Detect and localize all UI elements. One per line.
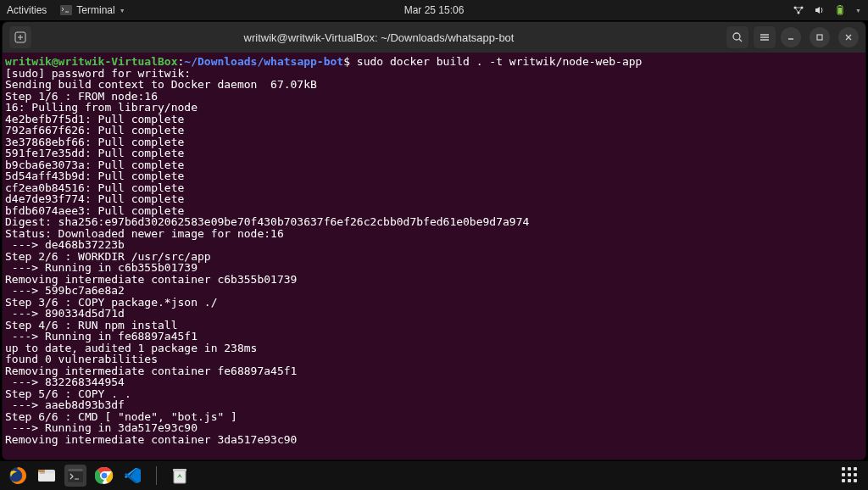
terminal-output-line: cf2ea0b84516: Pull complete (5, 182, 863, 194)
plus-box-icon (14, 31, 26, 43)
terminal-output-line: Status: Downloaded newer image for node:… (5, 228, 863, 240)
dock-terminal[interactable] (64, 465, 86, 487)
chevron-down-icon: ▼ (120, 8, 125, 14)
terminal-output-line: ---> Running in 3da517e93c90 (5, 422, 863, 434)
dock-vscode[interactable] (122, 465, 144, 487)
trash-icon (171, 466, 188, 485)
dock-separator (156, 466, 157, 485)
close-icon (844, 33, 853, 42)
app-menu[interactable]: Terminal ▼ (60, 4, 125, 16)
firefox-icon (8, 466, 27, 485)
svg-rect-20 (174, 471, 186, 483)
apps-grid-icon (842, 467, 859, 484)
chevron-down-icon[interactable]: ▼ (855, 8, 861, 14)
activities-label: Activities (7, 4, 47, 16)
terminal-output-line: Sending build context to Docker daemon 6… (5, 79, 863, 91)
network-icon[interactable] (793, 5, 804, 15)
terminal-body[interactable]: writwik@writwik-VirtualBox:~/Downloads/w… (3, 53, 865, 459)
terminal-output-line: up to date, audited 1 package in 238ms (5, 342, 863, 354)
clock-label: Mar 25 15:06 (404, 4, 465, 16)
terminal-output-line: Step 1/6 : FROM node:16 (5, 91, 863, 103)
maximize-icon (815, 33, 824, 42)
new-tab-button[interactable] (9, 26, 31, 48)
svg-rect-9 (817, 35, 822, 40)
maximize-button[interactable] (810, 27, 830, 47)
vscode-icon (124, 466, 142, 485)
svg-rect-5 (838, 8, 842, 14)
minimize-icon (787, 33, 795, 42)
terminal-output-line: 4e2befb7f5d1: Pull complete (5, 114, 863, 125)
dock-trash[interactable] (169, 465, 191, 487)
dock-firefox[interactable] (7, 465, 29, 487)
terminal-output-line: 591fe17e35dd: Pull complete (5, 148, 863, 159)
dock (0, 461, 868, 490)
minimize-button[interactable] (781, 27, 801, 47)
terminal-window: writwik@writwik-VirtualBox: ~/Downloads/… (3, 22, 865, 459)
menu-button[interactable] (754, 26, 776, 48)
window-title: writwik@writwik-VirtualBox: ~/Downloads/… (36, 31, 721, 44)
svg-rect-0 (60, 5, 72, 15)
search-button[interactable] (726, 26, 748, 48)
terminal-output-line: ---> aaeb8d93b3df (5, 399, 863, 411)
svg-rect-16 (68, 469, 83, 471)
terminal-output-line: Removing intermediate container 3da517e9… (5, 434, 863, 446)
terminal-output-line: ---> de468b37223b (5, 239, 863, 251)
chrome-icon (95, 466, 114, 485)
svg-rect-21 (173, 469, 186, 471)
search-icon (732, 31, 743, 43)
terminal-output-line: 792af667f626: Pull complete (5, 125, 863, 136)
terminal-output-line: Removing intermediate container c6b355b0… (5, 274, 863, 286)
dock-chrome[interactable] (93, 465, 115, 487)
terminal-output-line: bfdb6074aee3: Pull complete (5, 205, 863, 217)
show-applications-button[interactable] (839, 465, 861, 487)
close-button[interactable] (838, 27, 859, 47)
terminal-output-line: ---> Running in fe68897a45f1 (5, 331, 863, 342)
gnome-top-bar: Activities Terminal ▼ Mar 25 15:06 ▼ (0, 0, 868, 20)
terminal-output-line: 3e37868ebf66: Pull complete (5, 136, 863, 148)
terminal-output-line: ---> 832268344954 (5, 376, 863, 388)
svg-point-8 (733, 33, 740, 40)
app-menu-label: Terminal (76, 4, 114, 16)
terminal-icon (60, 5, 72, 15)
terminal-output-line: Digest: sha256:e97b6d302062583e09be70f43… (5, 216, 863, 228)
dock-files[interactable] (36, 465, 58, 487)
terminal-output-line: 5d54aff43b9d: Pull complete (5, 170, 863, 182)
terminal-output-line: 16: Pulling from library/node (5, 102, 863, 114)
terminal-output-line: Step 3/6 : COPY package.*json ./ (5, 297, 863, 309)
svg-rect-6 (839, 5, 841, 6)
terminal-output-line: Step 5/6 : COPY . . (5, 388, 863, 400)
titlebar: writwik@writwik-VirtualBox: ~/Downloads/… (3, 22, 865, 53)
volume-icon[interactable] (815, 5, 825, 15)
terminal-output-line: [sudo] password for writwik: (5, 68, 863, 80)
terminal-output-line: ---> 599bc7a6e8a2 (5, 285, 863, 297)
terminal-output-line: Step 2/6 : WORKDIR /usr/src/app (5, 251, 863, 263)
svg-rect-12 (38, 473, 55, 482)
activities-button[interactable]: Activities (7, 4, 47, 16)
terminal-output-line: Step 6/6 : CMD [ "node", "bot.js" ] (5, 411, 863, 423)
hamburger-icon (759, 31, 771, 43)
terminal-output-line: ---> 890334d5d71d (5, 308, 863, 320)
terminal-output-line: Removing intermediate container fe68897a… (5, 365, 863, 377)
terminal-output-line: b9cba6e3073a: Pull complete (5, 159, 863, 171)
svg-rect-14 (38, 470, 45, 472)
clock[interactable]: Mar 25 15:06 (404, 4, 465, 16)
battery-icon[interactable] (835, 5, 845, 15)
terminal-icon (68, 469, 83, 482)
terminal-output-line: ---> Running in c6b355b01739 (5, 262, 863, 274)
files-icon (37, 466, 56, 485)
terminal-output-line: d4e7de93f774: Pull complete (5, 193, 863, 205)
terminal-output-line: found 0 vulnerabilities (5, 354, 863, 365)
terminal-output-line: Step 4/6 : RUN npm install (5, 320, 863, 331)
